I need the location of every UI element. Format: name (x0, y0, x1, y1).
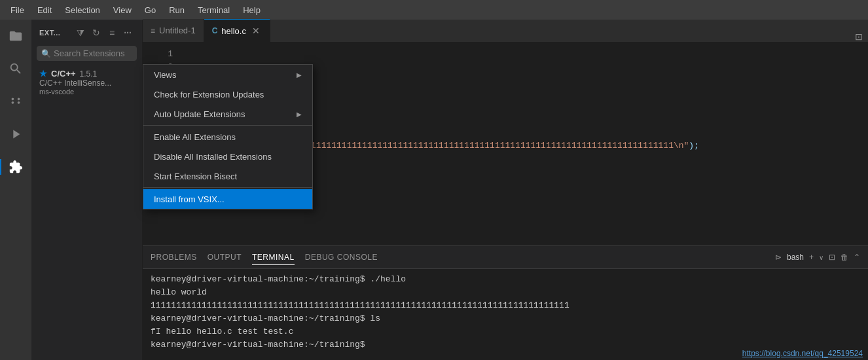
tab-debug-console[interactable]: DEBUG CONSOLE (305, 250, 378, 264)
tab-problems[interactable]: PROBLEMS (151, 250, 197, 264)
menu-separator-2 (143, 187, 312, 188)
menu-item-bisect[interactable]: Start Extension Bisect (143, 166, 312, 186)
menu-file[interactable]: File (5, 3, 29, 18)
terminal-line-4: kearney@driver-virtual-machine:~/trainin… (151, 312, 860, 325)
menu-edit[interactable]: Edit (32, 3, 57, 18)
search-input[interactable] (54, 48, 132, 58)
menu-view[interactable]: View (108, 3, 137, 18)
more-actions-icon[interactable]: ··· (121, 26, 134, 39)
terminal-line-5: fI hello hello.c test test.c (151, 325, 860, 338)
sidebar-actions: ⧩ ↻ ≡ ··· (74, 26, 134, 39)
terminal-area: PROBLEMS OUTPUT TERMINAL DEBUG CONSOLE ⊳… (143, 245, 868, 360)
search-box[interactable]: 🔍 (37, 46, 137, 61)
terminal-line-2: hello world (151, 286, 860, 299)
add-terminal-icon[interactable]: + (809, 253, 814, 262)
filter-icon[interactable]: ⧩ (74, 26, 87, 39)
terminal-run-icon: ⊳ (775, 253, 782, 262)
run-debug-icon[interactable] (5, 123, 27, 145)
split-editor-icon[interactable]: ⊡ (850, 31, 868, 42)
ext-desc: C/C++ IntelliSense... (39, 79, 134, 88)
maximize-terminal-icon[interactable]: ⌃ (854, 253, 860, 262)
menu-item-auto-update[interactable]: Auto Update Extensions ▶ (143, 104, 312, 124)
tab-icon-c: C (212, 26, 218, 35)
main-container: EXT... ⧩ ↻ ≡ ··· 🔍 ★ C/C++ 1.5.1 C/C++ I… (0, 20, 868, 360)
menu-item-check-updates[interactable]: Check for Extension Updates (143, 84, 312, 104)
menu-item-enable-all[interactable]: Enable All Extensions (143, 127, 312, 147)
terminal-bash-label: bash (787, 253, 804, 262)
refresh-icon[interactable]: ↻ (90, 26, 103, 39)
terminal-actions: ⊳ bash + ∨ ⊡ 🗑 ⌃ (775, 253, 860, 262)
sidebar-title: EXT... (39, 29, 60, 37)
terminal-line-1: kearney@driver-virtual-machine:~/trainin… (151, 273, 860, 286)
source-control-icon[interactable] (5, 90, 27, 113)
ext-author: ms-vscode (39, 88, 134, 96)
submenu-arrow: ▶ (297, 71, 302, 79)
terminal-tab-bar: PROBLEMS OUTPUT TERMINAL DEBUG CONSOLE ⊳… (143, 246, 868, 269)
activity-bar (0, 20, 31, 360)
explorer-icon[interactable] (5, 25, 27, 47)
search-icon-activity[interactable] (5, 58, 27, 80)
menu-selection[interactable]: Selection (60, 3, 105, 18)
sidebar-header: EXT... ⧩ ↻ ≡ ··· (31, 20, 142, 43)
tab-bar: ≡ Untitled-1 C hello.c ✕ ⊡ (143, 20, 868, 43)
menu-go[interactable]: Go (139, 3, 161, 18)
terminal-line-3: 1111111111111111111111111111111111111111… (151, 299, 860, 312)
menu-item-disable-all[interactable]: Disable All Installed Extensions (143, 147, 312, 166)
menu-bar: File Edit Selection View Go Run Terminal… (0, 0, 868, 20)
split-terminal-icon[interactable]: ⊡ (829, 253, 835, 262)
clear-icon[interactable]: ≡ (105, 26, 118, 39)
status-link[interactable]: https://blog.csdn.net/qq_42519524 (742, 349, 863, 358)
extension-item-cpp[interactable]: ★ C/C++ 1.5.1 C/C++ IntelliSense... ms-v… (31, 63, 142, 101)
tab-label-hello: hello.c (221, 26, 246, 36)
code-line-1: 1 (143, 48, 868, 61)
search-icon-sidebar: 🔍 (41, 49, 51, 58)
ext-version: 1.5.1 (80, 69, 98, 79)
menu-help[interactable]: Help (238, 3, 266, 18)
ext-name: C/C++ (51, 69, 76, 79)
menu-run[interactable]: Run (164, 3, 190, 18)
menu-separator-1 (143, 125, 312, 126)
status-bar: https://blog.csdn.net/qq_42519524 (737, 347, 868, 360)
context-menu: Views ▶ Check for Extension Updates Auto… (143, 64, 313, 209)
tab-icon-untitled: ≡ (151, 26, 155, 35)
menu-item-install-vsix[interactable]: Install from VSIX... (143, 189, 312, 209)
menu-terminal[interactable]: Terminal (192, 3, 235, 18)
tab-untitled[interactable]: ≡ Untitled-1 (143, 19, 204, 42)
tab-terminal[interactable]: TERMINAL (252, 250, 295, 265)
tab-output[interactable]: OUTPUT (208, 250, 242, 264)
extensions-icon[interactable] (5, 156, 27, 178)
ext-icon: ★ (39, 69, 47, 79)
tab-hello-c[interactable]: C hello.c ✕ (204, 19, 270, 42)
sidebar: EXT... ⧩ ↻ ≡ ··· 🔍 ★ C/C++ 1.5.1 C/C++ I… (31, 20, 143, 360)
menu-item-views[interactable]: Views ▶ (143, 65, 312, 84)
tab-close-button[interactable]: ✕ (250, 25, 262, 37)
terminal-chevron-icon[interactable]: ∨ (819, 254, 823, 261)
tab-label-untitled: Untitled-1 (159, 26, 196, 35)
submenu-arrow-2: ▶ (297, 111, 302, 118)
delete-terminal-icon[interactable]: 🗑 (841, 253, 848, 262)
